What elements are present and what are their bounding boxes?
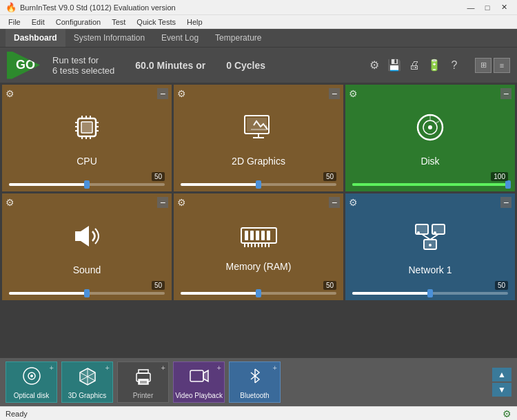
svg-rect-24 [250,231,254,240]
extra-icon-optical [21,366,42,390]
card-slider-cpu[interactable]: 50 [9,183,165,186]
scroll-up-button[interactable]: ▲ [492,368,511,381]
battery-icon[interactable]: 🔋 [426,57,443,74]
card-slider-memory[interactable]: 50 [181,292,336,295]
card-icon-network [413,219,447,260]
extra-test-bt[interactable]: + Bluetooth [229,361,281,403]
svg-rect-27 [267,231,270,240]
print-icon[interactable]: 🖨 [406,57,423,74]
extra-label-3d: 3D Graphics [68,392,107,399]
menu-help[interactable]: Help [181,17,208,28]
title-bar: 🔥 BurnInTest V9.0 Std (1012) Evaluation … [0,0,517,15]
save-icon[interactable]: 💾 [386,57,403,74]
card-minus-button-disk[interactable]: − [500,88,511,99]
svg-line-39 [422,234,430,240]
card-minus-button-memory[interactable]: − [329,197,340,208]
card-minus-button-sound[interactable]: − [157,197,168,208]
menu-bar: File Edit Configuration Test Quick Tests… [0,15,517,29]
svg-marker-21 [75,226,89,246]
card-gear-icon-disk[interactable]: ⚙ [349,88,358,99]
slider-value-disk: 100 [491,172,508,181]
menu-file[interactable]: File [3,17,26,28]
test-card-sound[interactable]: ⚙ − Sound 50 [2,193,172,300]
card-gear-icon-cpu[interactable]: ⚙ [6,88,14,99]
view-toggle: ⊞ ≡ [475,58,510,73]
extra-icon-bt [245,366,265,390]
test-card-2d-graphics[interactable]: ⚙ − 2D Graphics 50 [174,85,343,191]
list-view-button[interactable]: ≡ [494,58,510,73]
card-slider-disk[interactable]: 100 [352,183,508,186]
svg-point-46 [30,375,33,377]
help-icon[interactable]: ? [446,57,463,74]
extra-icon-printer [133,366,154,390]
card-slider-area-2d-graphics: 50 [181,183,336,186]
card-slider-sound[interactable]: 50 [9,292,165,295]
test-card-network[interactable]: ⚙ − Network 1 50 [345,193,515,300]
tab-event-log[interactable]: Event Log [153,29,207,47]
svg-point-43 [429,244,432,246]
card-gear-icon-network[interactable]: ⚙ [349,197,358,208]
card-slider-area-memory: 50 [181,292,336,295]
test-card-cpu[interactable]: ⚙ − CPU 50 [2,85,172,191]
card-label-disk: Disk [420,156,439,167]
card-minus-button-network[interactable]: − [500,197,511,208]
card-slider-area-sound: 50 [9,292,165,295]
go-button[interactable]: GO [7,52,40,79]
extra-test-printer[interactable]: + Printer [117,361,169,403]
svg-rect-26 [261,231,265,240]
grid-view-button[interactable]: ⊞ [475,58,491,73]
card-gear-icon-memory[interactable]: ⚙ [177,197,186,208]
menu-test[interactable]: Test [106,17,131,28]
run-info: Run test for 6 tests selected [52,55,114,76]
extra-label-optical: Optical disk [14,392,50,399]
close-button[interactable]: ✕ [496,1,511,14]
extra-test-3d[interactable]: + 3D Graphics [61,361,113,403]
extra-test-video[interactable]: + Video Playback [173,361,225,403]
svg-line-40 [430,234,438,240]
extra-icon-video [189,366,210,390]
extra-tests-bar: + Optical disk + 3D Graphics + Printer +… [0,358,517,406]
settings-icon[interactable]: ⚙ [366,57,383,74]
add-icon-printer: + [161,364,165,372]
menu-configuration[interactable]: Configuration [50,17,106,28]
tab-dashboard[interactable]: Dashboard [6,29,65,47]
svg-rect-23 [245,231,248,240]
nav-tabs: Dashboard System Information Event Log T… [0,29,517,47]
svg-point-42 [434,231,436,234]
test-card-memory[interactable]: ⚙ − Memory (RAM) 50 [174,193,343,300]
status-bar: Ready ⚙ [0,406,517,420]
menu-edit[interactable]: Edit [26,17,50,28]
slider-value-network: 50 [495,281,508,290]
status-text: Ready [6,410,28,418]
extra-label-video: Video Playback [175,392,223,399]
card-icon-sound [70,219,104,260]
scroll-controls: ▲ ▼ [492,368,511,397]
card-label-network: Network 1 [408,264,452,275]
tab-system-info[interactable]: System Information [65,29,153,47]
svg-rect-52 [190,370,203,381]
add-icon-optical: + [50,364,54,372]
tab-temperature[interactable]: Temperature [207,29,270,47]
slider-value-cpu: 50 [152,172,165,181]
test-card-disk[interactable]: ⚙ − Disk 100 [345,85,515,191]
card-icon-disk [413,110,447,151]
card-minus-button-2d-graphics[interactable]: − [329,88,340,99]
maximize-button[interactable]: □ [480,1,495,14]
toolbar: GO Run test for 6 tests selected 60.0 Mi… [0,47,517,83]
test-count: 6 tests selected [52,65,114,76]
card-minus-button-cpu[interactable]: − [157,88,168,99]
card-gear-icon-2d-graphics[interactable]: ⚙ [177,88,186,99]
card-controls: ⚙ − [177,88,340,99]
card-gear-icon-sound[interactable]: ⚙ [6,197,14,208]
card-slider-area-network: 50 [352,292,508,295]
add-icon-bt: + [273,364,277,372]
cycles-label: 0 Cycles [226,60,265,71]
card-label-cpu: CPU [77,156,97,167]
card-slider-2d-graphics[interactable]: 50 [181,183,336,186]
card-slider-network[interactable]: 50 [352,292,508,295]
menu-quick-tests[interactable]: Quick Tests [131,17,181,28]
minimize-button[interactable]: — [463,1,478,14]
scroll-down-button[interactable]: ▼ [492,383,511,397]
card-controls: ⚙ − [177,197,340,208]
extra-test-optical[interactable]: + Optical disk [6,361,57,403]
